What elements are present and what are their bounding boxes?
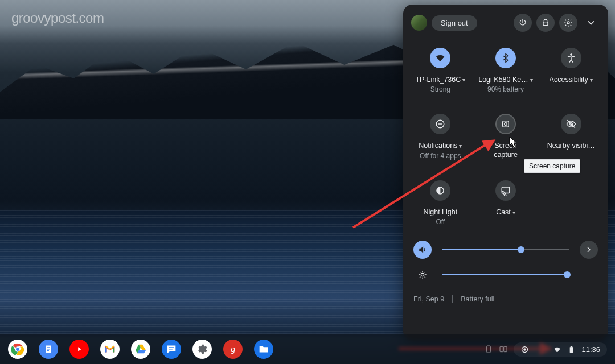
gmail-app[interactable] — [100, 340, 120, 359]
brightness-button[interactable] — [413, 266, 432, 284]
user-avatar[interactable] — [411, 15, 427, 31]
cast-tile[interactable]: Cast▾ — [473, 173, 539, 233]
files-app[interactable] — [254, 340, 273, 359]
screen-capture-tile[interactable]: Screen capture — [473, 107, 539, 166]
gmail-icon — [104, 343, 116, 355]
svg-rect-0 — [543, 22, 548, 26]
shelf-tray-icons — [484, 345, 508, 354]
tiles-row-1: TP-Link_736C▾ Strong Logi K580 Ke…▾ 90% … — [403, 38, 608, 100]
accessibility-tile[interactable]: Accessibility▾ — [538, 41, 604, 100]
capture-icon-circle — [495, 114, 516, 134]
overview-icon[interactable] — [499, 345, 508, 354]
night-light-icon — [435, 185, 445, 196]
settings-button[interactable] — [559, 14, 577, 32]
svg-point-2 — [570, 54, 572, 56]
tiles-row-2: Notifications▾ Off for 4 apps Screen cap… — [403, 104, 608, 166]
lock-button[interactable] — [536, 14, 555, 32]
status-battery-icon — [567, 345, 576, 354]
groovypost-app[interactable]: g — [223, 340, 243, 359]
svg-rect-10 — [502, 187, 510, 193]
messages-icon — [165, 343, 178, 355]
notifications-sublabel: Off for 4 apps — [420, 152, 461, 160]
volume-button[interactable] — [413, 241, 432, 259]
tiles-row-3: Night Light Off Cast▾ — [403, 170, 608, 233]
settings-app[interactable] — [192, 340, 212, 359]
wifi-tile[interactable]: TP-Link_736C▾ Strong — [408, 41, 473, 100]
svg-rect-26 — [504, 346, 507, 351]
brightness-slider[interactable] — [442, 274, 569, 275]
panel-footer: Fri, Sep 9 Battery full — [403, 287, 608, 312]
status-wifi-icon — [553, 345, 561, 354]
svg-text:g: g — [231, 345, 236, 354]
night-light-icon-circle — [430, 180, 450, 201]
phone-hub-icon[interactable] — [484, 345, 493, 354]
bluetooth-sublabel: 90% battery — [487, 85, 524, 93]
chrome-app[interactable] — [8, 340, 27, 359]
audio-settings-button[interactable] — [580, 241, 598, 259]
youtube-app[interactable] — [69, 340, 89, 359]
drive-app[interactable] — [131, 340, 150, 359]
do-not-disturb-icon — [435, 119, 445, 129]
status-notification-icon — [520, 345, 529, 354]
sliders-section — [403, 233, 608, 287]
volume-slider[interactable] — [442, 249, 569, 250]
svg-point-28 — [524, 348, 526, 350]
nearby-icon-circle — [561, 114, 581, 134]
nearby-label: Nearby visibi… — [547, 141, 595, 150]
messages-app[interactable] — [162, 340, 181, 359]
wifi-label: TP-Link_736C▾ — [415, 75, 465, 84]
accessibility-icon-circle — [561, 48, 581, 68]
wifi-sublabel: Strong — [430, 85, 450, 93]
chrome-icon — [11, 343, 24, 355]
screen-capture-label-2: capture — [494, 150, 518, 159]
screen-capture-tooltip: Screen capture — [524, 159, 580, 173]
chevron-right-icon — [584, 245, 593, 254]
chevron-down-icon — [585, 17, 597, 28]
date-text: Fri, Sep 9 — [413, 295, 444, 303]
visibility-off-icon — [566, 119, 576, 129]
volume-icon — [418, 245, 427, 254]
dnd-icon-circle — [430, 114, 450, 134]
battery-text: Battery full — [461, 295, 494, 303]
wifi-icon — [435, 53, 445, 63]
shelf-pinned-apps: g — [8, 340, 273, 359]
docs-icon — [42, 343, 55, 355]
brightness-icon — [418, 270, 427, 279]
wifi-icon-circle — [430, 48, 450, 68]
cast-label: Cast▾ — [496, 208, 515, 217]
status-clock: 11:36 — [581, 345, 600, 354]
accessibility-label: Accessibility▾ — [550, 75, 593, 84]
svg-rect-17 — [47, 347, 50, 348]
cast-icon — [501, 185, 511, 196]
drive-icon — [134, 343, 147, 355]
collapse-panel-button[interactable] — [582, 17, 600, 28]
svg-rect-30 — [571, 346, 573, 346]
night-light-label: Night Light — [423, 208, 457, 217]
mouse-cursor — [509, 136, 517, 148]
gear-app-icon — [196, 343, 208, 355]
accessibility-icon — [566, 53, 576, 63]
night-light-sublabel: Off — [436, 218, 445, 226]
folder-icon — [257, 343, 270, 355]
lock-icon — [541, 18, 550, 27]
svg-rect-19 — [47, 350, 49, 351]
bluetooth-icon-circle — [495, 48, 516, 68]
svg-point-11 — [421, 273, 424, 276]
watermark-text: groovypost.com — [11, 10, 104, 26]
svg-rect-24 — [487, 346, 491, 353]
status-area[interactable]: 11:36 — [514, 342, 607, 357]
svg-rect-5 — [503, 121, 509, 127]
nearby-visibility-tile[interactable]: Nearby visibi… — [538, 107, 604, 166]
sign-out-button[interactable]: Sign out — [432, 15, 477, 31]
docs-app[interactable] — [39, 340, 58, 359]
bluetooth-tile[interactable]: Logi K580 Ke…▾ 90% battery — [473, 41, 539, 100]
power-icon — [518, 18, 527, 27]
gear-icon — [564, 18, 573, 27]
youtube-icon — [73, 343, 85, 355]
screen-capture-icon — [501, 119, 511, 129]
power-button[interactable] — [514, 14, 532, 32]
night-light-tile[interactable]: Night Light Off — [408, 173, 473, 233]
panel-header: Sign out — [403, 10, 608, 38]
brightness-row — [413, 262, 598, 287]
bluetooth-label: Logi K580 Ke…▾ — [478, 75, 533, 84]
